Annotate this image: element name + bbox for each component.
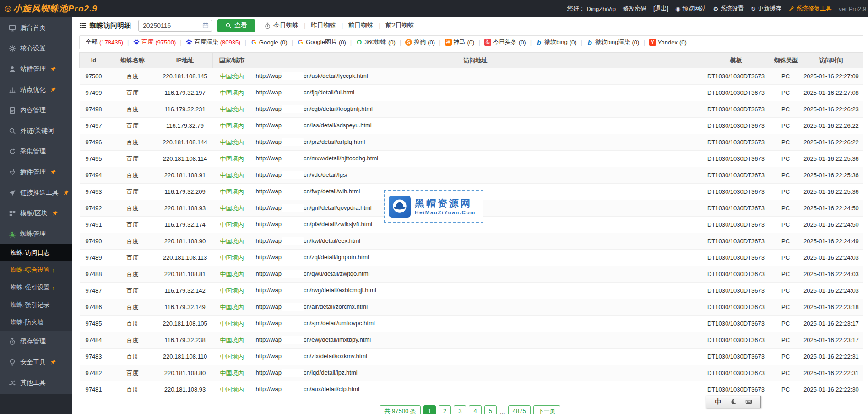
cell-region: 中国境内	[213, 184, 251, 200]
ime-language-toggle[interactable]: 中	[715, 398, 722, 406]
filter-bing-10[interactable]: b微软bing渲染(0)	[586, 38, 639, 46]
logout-link[interactable]: [退出]	[653, 5, 668, 13]
sidebar-item-shuffle[interactable]: 其他工具	[0, 372, 72, 393]
table-row: 97489百度220.181.108.113中国境内http://wapcn/z…	[80, 250, 863, 266]
url-prefix: http://wap	[256, 89, 282, 96]
system-settings-link[interactable]: ⚙ 系统设置	[713, 5, 744, 13]
sidebar-item-send[interactable]: 链接推送工具	[0, 182, 72, 203]
preview-site-link[interactable]: ◉ 预览网站	[675, 5, 706, 13]
view-button[interactable]: 查看	[217, 19, 255, 32]
sidebar-item-user[interactable]: 站群管理	[0, 59, 72, 79]
cell-ip: 116.179.32.174	[157, 217, 213, 233]
cell-ip: 220.181.108.105	[157, 316, 213, 332]
update-cache-link[interactable]: ↻ 更新缓存	[751, 5, 781, 13]
cell-spider-type: PC	[772, 233, 799, 250]
url-suffix: cn/ias/detail/sdspeyu.html	[304, 122, 372, 129]
cell-visit-time: 2025-01-16 22:26:23	[799, 101, 863, 118]
page-button-3[interactable]: 3	[454, 405, 466, 414]
cell-spider-name: 百度	[108, 68, 157, 85]
ime-keyboard-icon[interactable]	[745, 398, 752, 405]
censored-domain-block	[282, 72, 304, 80]
page-button-5[interactable]: 5	[484, 405, 497, 414]
calendar-icon[interactable]	[202, 22, 209, 29]
sidebar-item-label: 其他工具	[20, 379, 46, 387]
filter-sogou-6[interactable]: S搜狗(0)	[405, 38, 435, 46]
url-prefix: http://wap	[256, 353, 282, 360]
cell-ip: 116.179.32.238	[157, 332, 213, 349]
censored-domain-block	[282, 138, 304, 146]
sidebar-item-spider[interactable]: 蜘蛛管理	[0, 223, 72, 244]
sidebar-item-bulb[interactable]: 安全工具	[0, 352, 72, 372]
cell-template: DT1030/1030DT3673	[700, 316, 772, 332]
change-password-link[interactable]: 修改密码	[623, 5, 646, 13]
cell-ip: 116.179.32.197	[157, 85, 213, 101]
cell-visit-time: 2025-01-16 22:22:30	[799, 381, 863, 398]
sidebar-subitem-1[interactable]: 蜘蛛·综合设置↑	[0, 261, 72, 279]
cell-template: DT1030/1030DT3673	[700, 233, 772, 250]
pin-icon	[50, 87, 56, 93]
sidebar-item-plug[interactable]: 插件管理	[0, 162, 72, 182]
filter-baidu-2[interactable]: 百度渲染(80935)	[186, 38, 241, 46]
sidebar-item-doc[interactable]: 内容管理	[0, 100, 72, 120]
sidebar-subitem-3[interactable]: 蜘蛛·强引记录	[0, 296, 72, 314]
table-row: 97488百度220.181.108.81中国境内http://wapcn/qw…	[80, 266, 863, 283]
last-page-button[interactable]: 4875	[508, 405, 531, 414]
filter-360-5[interactable]: O360蜘蛛(0)	[356, 38, 396, 46]
filter-all-0[interactable]: 全部(178435)	[86, 38, 123, 46]
cell-ip: 220.181.108.114	[157, 151, 213, 167]
quick-link-2[interactable]: 前日蜘蛛	[348, 22, 374, 30]
separator: |	[581, 39, 582, 46]
sidebar-item-label: 缓存管理	[20, 338, 46, 346]
pin-icon	[50, 169, 56, 175]
sidebar-subitem-4[interactable]: 蜘蛛·防火墙	[0, 314, 72, 331]
sidebar-subitem-0[interactable]: 蜘蛛·访问日志	[0, 244, 72, 261]
sidebar-item-label: 外链/关键词	[20, 127, 54, 135]
sidebar-item-grid[interactable]: 模板/区块	[0, 203, 72, 223]
page-button-4[interactable]: 4	[469, 405, 481, 414]
sidebar-item-sync[interactable]: 采集管理	[0, 141, 72, 162]
system-settings-label: 系统设置	[720, 5, 744, 13]
cell-id: 97500	[80, 68, 108, 85]
cell-region: 中国境内	[213, 332, 251, 349]
filter-shenma-7[interactable]: 神神马(0)	[445, 38, 475, 46]
watermark: 黑帽资源网 HeiMaoZiYuan.Com	[384, 190, 483, 223]
pin-icon	[52, 210, 58, 216]
ime-bar[interactable]: 中	[706, 396, 761, 408]
quick-link-label: 前2日蜘蛛	[385, 22, 415, 30]
quick-link-0[interactable]: 今日蜘蛛	[264, 22, 299, 30]
sidebar-item-stopwatch[interactable]: 缓存管理	[0, 331, 72, 352]
cell-id: 97499	[80, 85, 108, 101]
filter-bing-9[interactable]: b微软bing(0)	[536, 38, 576, 46]
date-input[interactable]	[138, 20, 212, 32]
ime-halfwidth-moon-icon[interactable]	[730, 398, 737, 405]
cell-region: 中国境内	[213, 134, 251, 151]
sidebar-item-gear[interactable]: 核心设置	[0, 38, 72, 59]
filter-toutiao-8[interactable]: 头今日头条(0)	[484, 38, 526, 46]
filter-baidu-1[interactable]: 百度(97500)	[133, 38, 176, 46]
cell-template: DT1030/1030DT3673	[700, 349, 772, 365]
preview-site-label: 预览网站	[682, 5, 706, 13]
quick-link-3[interactable]: 前2日蜘蛛	[385, 22, 415, 30]
quick-link-1[interactable]: 昨日蜘蛛	[311, 22, 336, 30]
next-page-button[interactable]: 下一页	[533, 405, 560, 414]
sidebar-subitem-label: 蜘蛛·访问日志	[11, 249, 50, 257]
url-suffix: cn/sjm/detail/umfiovpc.html	[304, 320, 375, 327]
sidebar-item-chart[interactable]: 站点优化	[0, 79, 72, 100]
table-row: 97494百度220.181.108.91中国境内http://wapcn/vd…	[80, 167, 863, 184]
sidebar-item-search[interactable]: 外链/关键词	[0, 120, 72, 141]
cell-spider-type: PC	[772, 365, 799, 381]
cell-spider-type: PC	[772, 332, 799, 349]
filter-count: (80935)	[220, 39, 241, 46]
sidebar-subitem-2[interactable]: 蜘蛛·强引设置↑	[0, 279, 72, 296]
filter-yandex-11[interactable]: YYandex(0)	[649, 39, 687, 46]
filter-google-4[interactable]: GGoogle图片(0)	[297, 38, 346, 46]
repair-tool-link[interactable]: 系统修复工具	[788, 5, 832, 13]
greeting-text: 您好：	[567, 5, 585, 13]
sidebar-item-monitor[interactable]: 后台首页	[0, 17, 72, 38]
page-button-2[interactable]: 2	[439, 405, 451, 414]
cell-ip: 220.181.108.81	[157, 266, 213, 283]
page-button-1[interactable]: 1	[423, 405, 436, 414]
cell-template: DT1030/1030DT3673	[700, 266, 772, 283]
cell-spider-type: PC	[772, 381, 799, 398]
filter-google-3[interactable]: GGoogle(0)	[250, 39, 288, 46]
